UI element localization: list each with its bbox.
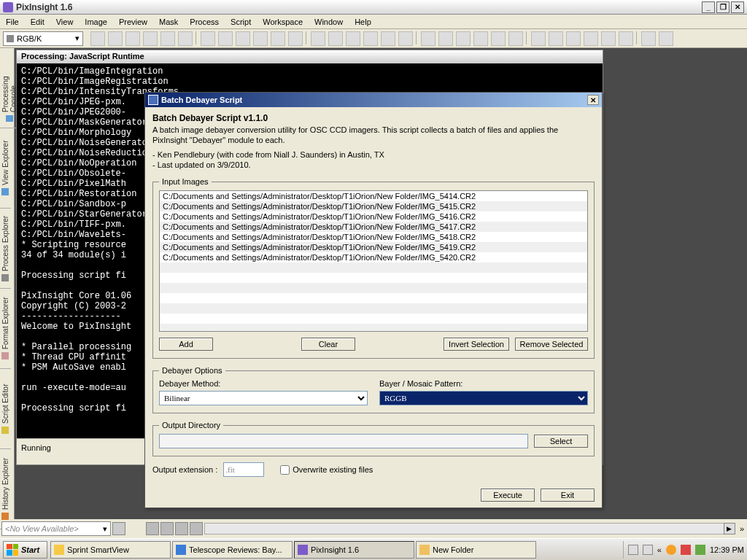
file-list-item[interactable]: C:/Documents and Settings/Administrator/…: [160, 201, 587, 211]
execute-button[interactable]: Execute: [481, 489, 535, 502]
start-button[interactable]: Start: [3, 541, 47, 559]
menu-window[interactable]: Window: [314, 18, 343, 26]
toolbar-button[interactable]: [143, 31, 158, 46]
menu-script[interactable]: Script: [231, 18, 251, 26]
toolbar-button[interactable]: [398, 31, 413, 46]
toolbar-button[interactable]: [108, 31, 123, 46]
taskbar-item[interactable]: PixInsight 1.6: [294, 541, 414, 559]
output-directory-input[interactable]: [159, 434, 528, 448]
toolbar-button[interactable]: [218, 31, 233, 46]
toolbar-button[interactable]: [201, 31, 215, 46]
toolbar-button[interactable]: [236, 31, 250, 46]
toolbar-button[interactable]: [659, 31, 673, 46]
toolbar-button[interactable]: [641, 31, 656, 46]
toolbar-button[interactable]: [253, 31, 268, 46]
nav-button[interactable]: [190, 522, 203, 535]
taskbar-item[interactable]: Telescope Reviews: Bay...: [172, 541, 293, 559]
add-button[interactable]: Add: [159, 338, 213, 351]
minimize-button[interactable]: _: [702, 1, 715, 13]
toolbar-button[interactable]: [584, 31, 598, 46]
taskbar-item[interactable]: New Folder: [416, 541, 536, 559]
output-extension-input[interactable]: [223, 462, 264, 477]
toolbar-button[interactable]: [566, 31, 581, 46]
app-titlebar: PixInsight 1.6 _ ❐ ✕: [0, 0, 747, 15]
debayer-method-select[interactable]: Bilinear: [159, 391, 368, 405]
overwrite-checkbox-label[interactable]: Overwrite existing files: [280, 465, 373, 475]
bayer-pattern-select[interactable]: RGGB: [379, 391, 588, 405]
toolbar-button[interactable]: [381, 31, 395, 46]
toolbar-button[interactable]: [328, 31, 343, 46]
toolbar-button[interactable]: [473, 31, 488, 46]
chevron-right-icon[interactable]: »: [740, 524, 744, 533]
input-files-list[interactable]: C:/Documents and Settings/Administrator/…: [159, 190, 588, 332]
toolbar-button[interactable]: [601, 31, 616, 46]
file-list-item[interactable]: C:/Documents and Settings/Administrator/…: [160, 222, 587, 232]
exit-button[interactable]: Exit: [541, 489, 595, 502]
file-list-item[interactable]: C:/Documents and Settings/Administrator/…: [160, 191, 587, 201]
nav-button[interactable]: [160, 522, 174, 535]
toolbar-button[interactable]: [619, 31, 633, 46]
menu-view[interactable]: View: [56, 18, 74, 26]
tray-help-icon[interactable]: [628, 545, 638, 555]
toolbar-button[interactable]: [311, 31, 325, 46]
menu-workspace[interactable]: Workspace: [263, 18, 303, 26]
side-tab-format-explorer[interactable]: Format Explorer: [0, 289, 11, 369]
overwrite-checkbox[interactable]: [280, 465, 290, 475]
toolbar-button[interactable]: [346, 31, 360, 46]
close-button[interactable]: ✕: [731, 1, 744, 13]
file-list-item[interactable]: C:/Documents and Settings/Administrator/…: [160, 252, 587, 262]
toolbar-button[interactable]: [549, 31, 563, 46]
nav-button[interactable]: [175, 522, 188, 535]
nav-button[interactable]: [146, 522, 159, 535]
taskbar-item[interactable]: Sprint SmartView: [50, 541, 171, 559]
channel-selector[interactable]: RGB/K ▾: [3, 31, 83, 46]
menu-preview[interactable]: Preview: [119, 18, 147, 26]
file-list-item[interactable]: C:/Documents and Settings/Administrator/…: [160, 232, 587, 242]
clear-button[interactable]: Clear: [301, 338, 355, 351]
toolbar-button[interactable]: [160, 31, 175, 46]
scroll-right-icon[interactable]: ▶: [724, 523, 735, 534]
side-tab-view-explorer[interactable]: View Explorer: [0, 128, 11, 209]
tray-icon[interactable]: [666, 545, 676, 555]
dialog-titlebar[interactable]: Batch Debayer Script ✕: [145, 93, 602, 107]
tray-desktop-icon[interactable]: [643, 545, 653, 555]
tab-icon: [2, 427, 9, 434]
toolbar-button[interactable]: [491, 31, 506, 46]
side-tab-script-editor[interactable]: Script Editor: [0, 369, 11, 449]
toolbar-button[interactable]: [271, 31, 285, 46]
toolbar-button[interactable]: [508, 31, 523, 46]
toolbar-button[interactable]: [178, 31, 193, 46]
tray-expand-icon[interactable]: «: [657, 545, 662, 554]
menu-edit[interactable]: Edit: [31, 18, 44, 26]
view-selector[interactable]: <No View Available> ▾: [1, 521, 111, 536]
toolbar-button[interactable]: [363, 31, 378, 46]
menu-process[interactable]: Process: [190, 18, 219, 26]
toolbar-button[interactable]: [125, 31, 140, 46]
tray-icon[interactable]: [695, 545, 705, 555]
toolbar-button[interactable]: [421, 31, 436, 46]
menu-image[interactable]: Image: [85, 18, 107, 26]
dialog-close-button[interactable]: ✕: [587, 95, 599, 105]
menu-help[interactable]: Help: [355, 18, 371, 26]
scrollbar-track[interactable]: ▶: [204, 523, 735, 534]
tray-icon[interactable]: [681, 545, 691, 555]
menu-file[interactable]: File: [6, 18, 19, 26]
maximize-button[interactable]: ❐: [716, 1, 729, 13]
toolbar-button[interactable]: [438, 31, 453, 46]
toolbar-button[interactable]: [531, 31, 546, 46]
remove-selected-button[interactable]: Remove Selected: [515, 338, 588, 351]
side-tab-process-explorer[interactable]: Process Explorer: [0, 209, 11, 289]
tab-icon: [2, 352, 9, 359]
menu-mask[interactable]: Mask: [159, 18, 178, 26]
file-list-item[interactable]: C:/Documents and Settings/Administrator/…: [160, 211, 587, 222]
clock[interactable]: 12:39 PM: [710, 545, 744, 554]
select-dir-button[interactable]: Select: [534, 435, 588, 448]
toolbar-button[interactable]: [288, 31, 303, 46]
toolbar-button[interactable]: [90, 31, 105, 46]
app-icon: [54, 545, 64, 555]
side-tab-history-explorer[interactable]: History Explorer: [0, 449, 11, 529]
view-tool-button[interactable]: [112, 522, 125, 535]
file-list-item[interactable]: C:/Documents and Settings/Administrator/…: [160, 242, 587, 252]
invert-selection-button[interactable]: Invert Selection: [444, 338, 509, 351]
toolbar-button[interactable]: [456, 31, 471, 46]
